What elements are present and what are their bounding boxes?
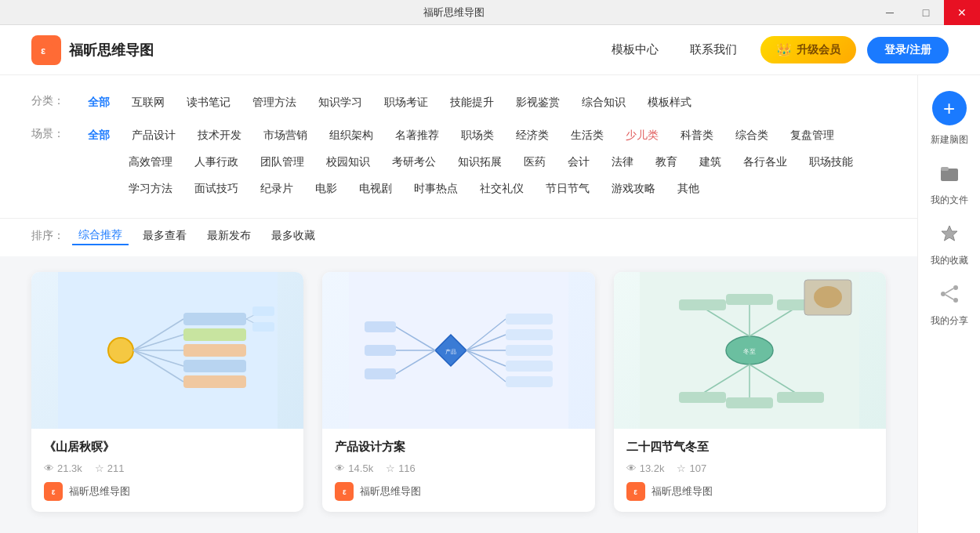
scene-技术开发[interactable]: 技术开发 [187,124,252,146]
card-3-author-name: 福昕思维导图 [652,484,713,499]
scene-建筑[interactable]: 建筑 [688,150,732,172]
scene-节日节气[interactable]: 节日节气 [535,177,601,199]
scene-校园知识[interactable]: 校园知识 [315,150,381,172]
card-2-thumb: 产品 [322,272,594,429]
scene-高效管理[interactable]: 高效管理 [118,150,183,172]
svg-rect-25 [365,368,396,379]
category-row: 分类： 全部 互联网 读书笔记 管理方法 知识学习 职场考证 技能提升 影视鉴赏… [31,91,886,113]
card-3-stars: ☆ 107 [677,462,706,474]
crown-icon: 👑 [776,42,792,57]
minimize-button[interactable]: ─ [872,0,908,25]
scene-考研考公[interactable]: 考研考公 [381,150,447,172]
logo-text: 福昕思维导图 [69,41,154,60]
svg-line-59 [946,288,953,293]
eye-icon-3: 👁 [626,462,637,474]
scene-复盘管理[interactable]: 复盘管理 [779,124,845,146]
close-button[interactable]: ✕ [944,0,980,25]
scene-会计[interactable]: 会计 [557,150,601,172]
scene-职场类[interactable]: 职场类 [450,124,505,146]
sort-最多查看[interactable]: 最多查看 [136,227,193,245]
sidebar-new-map[interactable]: + 新建脑图 [931,91,968,147]
scene-电影[interactable]: 电影 [304,177,348,199]
upgrade-button[interactable]: 👑 升级会员 [760,36,856,63]
scene-经济类[interactable]: 经济类 [505,124,560,146]
card-3[interactable]: 冬至 [614,272,886,512]
sidebar-add-label: 新建脑图 [931,133,968,147]
header-nav: 模板中心 联系我们 [612,42,737,57]
logo-area[interactable]: ε 福昕思维导图 [31,35,154,65]
scene-职场技能[interactable]: 职场技能 [798,150,864,172]
sort-row: 排序： 综合推荐 最多查看 最新发布 最多收藏 [0,219,917,256]
scene-法律[interactable]: 法律 [601,150,644,172]
scene-时事热点[interactable]: 时事热点 [403,177,469,199]
sidebar-my-files[interactable]: 我的文件 [931,162,968,207]
header: ε 福昕思维导图 模板中心 联系我们 👑 升级会员 登录/注册 [0,25,980,75]
scene-知识拓展[interactable]: 知识拓展 [447,150,513,172]
scene-产品设计[interactable]: 产品设计 [121,124,187,146]
card-1-views: 👁 21.3k [44,462,82,474]
login-button[interactable]: 登录/注册 [867,37,949,63]
scene-各行各业[interactable]: 各行各业 [732,150,798,172]
scene-综合类[interactable]: 综合类 [724,124,779,146]
svg-rect-43 [726,294,773,305]
sidebar-files-label: 我的文件 [931,194,968,207]
svg-rect-24 [365,345,396,356]
sort-最多收藏[interactable]: 最多收藏 [265,227,321,245]
svg-rect-12 [183,375,246,388]
nav-template-center[interactable]: 模板中心 [612,42,659,57]
sort-综合推荐[interactable]: 综合推荐 [72,227,129,245]
cat-模板样式[interactable]: 模板样式 [637,91,702,113]
sidebar-my-share[interactable]: 我的分享 [931,283,968,328]
scene-电视剧[interactable]: 电视剧 [348,177,403,199]
scene-面试技巧[interactable]: 面试技巧 [183,177,249,199]
svg-rect-10 [183,344,246,357]
scene-教育[interactable]: 教育 [644,150,688,172]
cat-技能提升[interactable]: 技能提升 [439,91,505,113]
logo-icon: ε [31,35,61,65]
scene-生活类[interactable]: 生活类 [560,124,615,146]
cat-全部[interactable]: 全部 [77,91,121,113]
card-2-views: 👁 14.5k [335,462,373,474]
svg-point-52 [814,286,842,308]
scene-名著推荐[interactable]: 名著推荐 [384,124,450,146]
sidebar-share-label: 我的分享 [931,314,968,328]
card-2-stars: ☆ 116 [386,462,416,474]
scene-游戏攻略[interactable]: 游戏攻略 [601,177,666,199]
scene-科普类[interactable]: 科普类 [670,124,724,146]
cat-职场考证[interactable]: 职场考证 [373,91,439,113]
scene-纪录片[interactable]: 纪录片 [249,177,304,199]
cat-互联网[interactable]: 互联网 [121,91,176,113]
sidebar-my-collect[interactable]: 我的收藏 [931,223,968,267]
cat-知识学习[interactable]: 知识学习 [307,91,373,113]
scene-医药[interactable]: 医药 [513,150,557,172]
cat-管理方法[interactable]: 管理方法 [241,91,307,113]
scene-人事行政[interactable]: 人事行政 [183,150,249,172]
scene-学习方法[interactable]: 学习方法 [118,177,183,199]
card-1[interactable]: 《山居秋暝》 👁 21.3k ☆ 211 ε 福昕思维导图 [31,272,303,512]
card-1-title: 《山居秋暝》 [44,440,291,455]
scene-少儿类[interactable]: 少儿类 [615,124,670,146]
scene-市场营销[interactable]: 市场营销 [252,124,318,146]
content-wrapper: 分类： 全部 互联网 读书笔记 管理方法 知识学习 职场考证 技能提升 影视鉴赏… [0,75,917,533]
add-map-button[interactable]: + [932,91,967,125]
card-1-author-logo: ε [44,482,63,501]
scene-团队管理[interactable]: 团队管理 [249,150,315,172]
maximize-button[interactable]: □ [908,0,944,25]
scene-组织架构[interactable]: 组织架构 [318,124,384,146]
card-2[interactable]: 产品 [322,272,594,512]
card-3-author: ε 福昕思维导图 [626,482,873,504]
title-bar-title: 福昕思维导图 [36,5,872,20]
cat-读书笔记[interactable]: 读书笔记 [176,91,241,113]
card-1-thumb [31,272,303,429]
sort-最新发布[interactable]: 最新发布 [201,227,257,245]
sidebar-collect-label: 我的收藏 [931,254,968,267]
nav-contact-us[interactable]: 联系我们 [690,42,737,57]
cat-综合知识[interactable]: 综合知识 [571,91,637,113]
scene-其他[interactable]: 其他 [666,177,710,199]
cat-影视鉴赏[interactable]: 影视鉴赏 [505,91,571,113]
filter-section: 分类： 全部 互联网 读书笔记 管理方法 知识学习 职场考证 技能提升 影视鉴赏… [0,75,917,219]
svg-rect-16 [252,322,274,332]
svg-rect-8 [183,313,246,325]
scene-全部[interactable]: 全部 [77,124,121,146]
scene-社交礼仪[interactable]: 社交礼仪 [469,177,535,199]
